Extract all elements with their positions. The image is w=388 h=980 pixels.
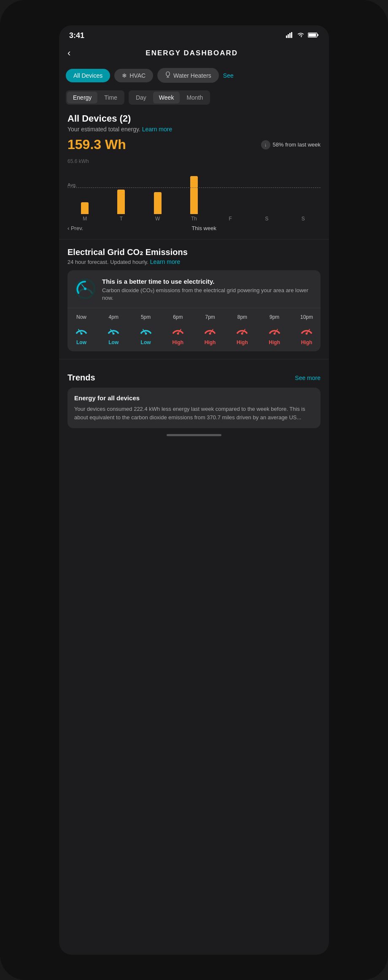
energy-value-row: 159.3 Wh ↓ 58% from last week — [59, 133, 329, 154]
forecast-gauge-now — [74, 323, 89, 337]
tab-hvac[interactable]: ❄ HVAC — [114, 69, 153, 82]
trends-card: Energy for all devices Your devices cons… — [67, 388, 321, 428]
co2-card-title: This is a better time to use electricity… — [102, 278, 314, 285]
forecast-item-9pm: 9pm High — [267, 314, 282, 345]
forecast-level-4pm: Low — [108, 339, 119, 345]
bar-M — [81, 202, 89, 214]
bar-col-T: T — [104, 167, 138, 222]
co2-section: Electrical Grid CO₂ Emissions 24 hour fo… — [59, 247, 329, 351]
water-heater-icon — [165, 71, 171, 79]
bar-col-M: M — [67, 167, 102, 222]
battery-icon — [308, 32, 319, 39]
forecast-gauge-4pm — [106, 323, 121, 337]
toggle-week[interactable]: Week — [153, 92, 180, 103]
status-time: 3:41 — [69, 31, 84, 40]
forecast-level-now: Low — [76, 339, 86, 345]
bar-col-Th: Th — [177, 167, 211, 222]
forecast-time-9pm: 9pm — [269, 314, 279, 320]
trends-see-more-link[interactable]: See more — [295, 375, 321, 381]
view-toggles: Energy Time Day Week Month — [59, 88, 329, 107]
toggle-day[interactable]: Day — [130, 92, 152, 103]
forecast-time-8pm: 8pm — [237, 314, 247, 320]
section-divider-1 — [59, 239, 329, 239]
forecast-row: Now Low 4pm — [74, 314, 314, 345]
bar-label-S2: S — [302, 216, 305, 222]
down-arrow-icon: ↓ — [261, 140, 270, 149]
chart-max-label: 65.6 kWh — [67, 158, 321, 164]
bar-label-F: F — [229, 216, 232, 222]
co2-subtitle: 24 hour forecast. Updated hourly. Learn … — [67, 258, 321, 265]
trends-header: Trends See more — [67, 373, 321, 383]
toggle-time[interactable]: Time — [98, 92, 123, 103]
change-badge: ↓ 58% from last week — [261, 140, 321, 149]
device-tabs: All Devices ❄ HVAC Water Heaters — [59, 63, 329, 88]
toggle-energy[interactable]: Energy — [67, 92, 97, 103]
devices-section: All Devices (2) Your estimated total ene… — [59, 107, 329, 133]
co2-learn-more-link[interactable]: Learn more — [150, 258, 181, 265]
home-bar[interactable] — [167, 434, 221, 436]
tab-all-devices-label: All Devices — [73, 72, 102, 79]
period-toggle-group: Day Week Month — [129, 90, 210, 105]
toggle-month[interactable]: Month — [181, 92, 209, 103]
nav-bar: ‹ ENERGY DASHBOARD — [59, 44, 329, 63]
forecast-level-9pm: High — [269, 339, 280, 345]
svg-rect-0 — [286, 35, 287, 38]
gauge-icon — [74, 278, 96, 300]
chart-area: 65.6 kWh Avg. M T — [59, 154, 329, 222]
chart-nav: ‹ Prev. This week — [59, 222, 329, 231]
prev-button[interactable]: ‹ Prev. — [67, 225, 83, 231]
svg-rect-3 — [291, 32, 292, 38]
forecast-time-4pm: 4pm — [109, 314, 119, 320]
svg-rect-6 — [309, 34, 316, 37]
main-content: All Devices ❄ HVAC Water Heaters — [59, 63, 329, 955]
forecast-item-4pm: 4pm Low — [106, 314, 121, 345]
forecast-level-10pm: High — [301, 339, 313, 345]
forecast-item-10pm: 10pm High — [299, 314, 314, 345]
forecast-level-6pm: High — [172, 339, 184, 345]
svg-rect-1 — [288, 34, 289, 38]
trends-title: Trends — [67, 373, 95, 383]
forecast-gauge-8pm — [235, 323, 249, 337]
devices-title: All Devices (2) — [67, 113, 321, 124]
see-more-tab[interactable]: See — [223, 72, 234, 79]
forecast-gauge-10pm — [299, 323, 314, 337]
forecast-level-8pm: High — [237, 339, 248, 345]
trends-card-title: Energy for all devices — [74, 394, 314, 402]
bar-label-M: M — [83, 216, 87, 222]
svg-line-12 — [82, 285, 85, 289]
bar-col-S2: S — [286, 167, 321, 222]
forecast-level-5pm: Low — [141, 339, 151, 345]
forecast-gauge-9pm — [267, 323, 282, 337]
co2-forecast: Now Low 4pm — [67, 308, 321, 351]
learn-more-link[interactable]: Learn more — [142, 126, 172, 133]
page-title: ENERGY DASHBOARD — [75, 49, 308, 57]
forecast-gauge-6pm — [171, 323, 185, 337]
back-button[interactable]: ‹ — [67, 48, 70, 59]
bar-col-F: F — [213, 167, 248, 222]
change-text: 58% from last week — [273, 141, 321, 148]
forecast-time-now: Now — [76, 314, 86, 320]
co2-title: Electrical Grid CO₂ Emissions — [67, 247, 321, 257]
bar-label-T: T — [120, 216, 123, 222]
tab-water-heaters[interactable]: Water Heaters — [157, 68, 219, 83]
forecast-item-now: Now Low — [74, 314, 89, 345]
bar-Th — [190, 176, 198, 214]
forecast-time-10pm: 10pm — [300, 314, 313, 320]
section-divider-2 — [59, 359, 329, 359]
signal-icon — [286, 32, 294, 39]
bar-label-Th: Th — [191, 216, 197, 222]
forecast-item-6pm: 6pm High — [171, 314, 185, 345]
co2-card-text: This is a better time to use electricity… — [102, 278, 314, 302]
bar-chart: Avg. M T — [67, 167, 321, 222]
svg-rect-7 — [166, 72, 170, 76]
avg-label: Avg. — [67, 182, 77, 187]
forecast-time-6pm: 6pm — [173, 314, 183, 320]
bar-col-W: W — [140, 167, 175, 222]
tab-water-heaters-label: Water Heaters — [173, 72, 211, 79]
tab-all-devices[interactable]: All Devices — [66, 69, 110, 82]
bars-container: M T W — [67, 167, 321, 222]
home-indicator — [59, 428, 329, 439]
bar-col-S1: S — [249, 167, 284, 222]
hvac-icon: ❄ — [122, 72, 127, 79]
co2-card-body: Carbon dioxide (CO₂) emissions from the … — [102, 287, 314, 302]
